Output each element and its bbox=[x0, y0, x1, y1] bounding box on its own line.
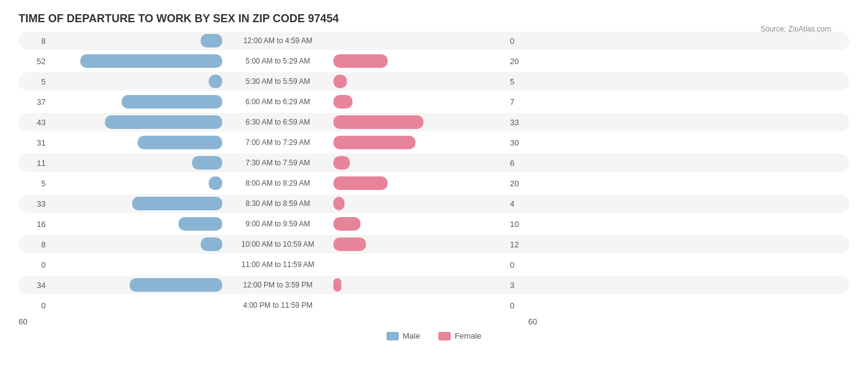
male-value: 34 bbox=[19, 281, 49, 290]
male-value: 31 bbox=[19, 138, 49, 147]
female-label: Female bbox=[454, 331, 481, 340]
male-value: 33 bbox=[19, 199, 49, 208]
female-bar bbox=[333, 75, 347, 88]
female-value: 0 bbox=[506, 301, 537, 310]
female-bar bbox=[333, 54, 388, 68]
axis-left: 60 bbox=[19, 317, 222, 326]
time-label: 12:00 AM to 4:59 AM bbox=[222, 36, 333, 45]
male-bar bbox=[192, 156, 222, 170]
male-bar-container bbox=[49, 299, 222, 312]
male-bar-container bbox=[49, 176, 222, 190]
female-value: 0 bbox=[506, 36, 537, 46]
axis-right: 60 bbox=[333, 317, 537, 326]
male-bar bbox=[105, 115, 222, 129]
male-value: 5 bbox=[19, 179, 49, 188]
male-bar bbox=[122, 95, 222, 109]
time-label: 10:00 AM to 10:59 AM bbox=[222, 240, 333, 249]
female-value: 3 bbox=[506, 281, 537, 290]
male-swatch bbox=[386, 332, 399, 340]
chart-row: 34 12:00 PM to 3:59 PM 3 bbox=[19, 276, 849, 294]
female-bar-container bbox=[333, 75, 506, 88]
male-bar-container bbox=[49, 156, 222, 170]
female-bar-container bbox=[333, 136, 506, 149]
chart-row: 37 6:00 AM to 6:29 AM 7 bbox=[19, 93, 849, 111]
chart-row: 52 5:00 AM to 5:29 AM 20 bbox=[19, 52, 849, 70]
female-bar bbox=[333, 95, 353, 109]
female-bar-container bbox=[333, 258, 506, 271]
female-value: 7 bbox=[506, 97, 537, 107]
legend-female: Female bbox=[438, 331, 481, 340]
male-bar bbox=[209, 176, 222, 190]
male-bar-container bbox=[49, 217, 222, 231]
female-bar-container bbox=[333, 156, 506, 170]
male-bar bbox=[209, 75, 222, 88]
male-bar-container bbox=[49, 54, 222, 68]
female-value: 10 bbox=[506, 220, 537, 229]
time-label: 8:30 AM to 8:59 AM bbox=[222, 199, 333, 208]
female-value: 12 bbox=[506, 240, 537, 249]
female-bar-container bbox=[333, 278, 506, 292]
time-label: 6:00 AM to 6:29 AM bbox=[222, 97, 333, 106]
female-bar-container bbox=[333, 237, 506, 251]
female-bar bbox=[333, 197, 344, 210]
female-bar-container bbox=[333, 34, 506, 47]
time-label: 9:00 AM to 9:59 AM bbox=[222, 220, 333, 228]
chart-row: 5 8:00 AM to 8:29 AM 20 bbox=[19, 174, 849, 192]
male-bar-container bbox=[49, 34, 222, 47]
male-value: 5 bbox=[19, 77, 49, 86]
axis-row: 60 60 bbox=[19, 317, 849, 326]
female-bar bbox=[333, 136, 415, 149]
legend-male: Male bbox=[386, 331, 420, 340]
male-value: 11 bbox=[19, 159, 49, 168]
male-value: 8 bbox=[19, 240, 49, 249]
male-value: 52 bbox=[19, 57, 49, 66]
time-label: 5:00 AM to 5:29 AM bbox=[222, 57, 333, 65]
chart-row: 43 6:30 AM to 6:59 AM 33 bbox=[19, 113, 849, 131]
female-bar-container bbox=[333, 197, 506, 210]
female-bar-container bbox=[333, 115, 506, 129]
chart-row: 31 7:00 AM to 7:29 AM 30 bbox=[19, 133, 849, 152]
female-value: 6 bbox=[506, 159, 537, 168]
male-bar-container bbox=[49, 75, 222, 88]
chart-row: 5 5:30 AM to 5:59 AM 5 bbox=[19, 72, 849, 91]
chart-title: TIME OF DEPARTURE TO WORK BY SEX IN ZIP … bbox=[19, 12, 849, 25]
chart-row: 8 10:00 AM to 10:59 AM 12 bbox=[19, 235, 849, 254]
male-bar bbox=[80, 54, 222, 68]
female-swatch bbox=[438, 332, 451, 340]
time-label: 8:00 AM to 8:29 AM bbox=[222, 179, 333, 188]
female-bar bbox=[333, 278, 341, 292]
male-bar bbox=[201, 34, 222, 47]
male-value: 8 bbox=[19, 36, 49, 46]
female-value: 33 bbox=[506, 118, 537, 127]
female-value: 0 bbox=[506, 260, 537, 270]
female-bar bbox=[333, 237, 366, 251]
female-bar-container bbox=[333, 54, 506, 68]
chart-row: 33 8:30 AM to 8:59 AM 4 bbox=[19, 194, 849, 213]
female-value: 20 bbox=[506, 179, 537, 188]
male-bar-container bbox=[49, 115, 222, 129]
male-label: Male bbox=[403, 331, 420, 340]
chart-row: 0 4:00 PM to 11:59 PM 0 bbox=[19, 296, 849, 315]
chart-row: 8 12:00 AM to 4:59 AM 0 bbox=[19, 31, 849, 50]
female-bar-container bbox=[333, 299, 506, 312]
male-bar-container bbox=[49, 258, 222, 271]
male-value: 16 bbox=[19, 220, 49, 229]
male-bar bbox=[201, 237, 222, 251]
time-label: 12:00 PM to 3:59 PM bbox=[222, 281, 333, 289]
time-label: 7:00 AM to 7:29 AM bbox=[222, 138, 333, 147]
male-bar-container bbox=[49, 197, 222, 210]
male-bar-container bbox=[49, 95, 222, 109]
chart-row: 0 11:00 AM to 11:59 AM 0 bbox=[19, 255, 849, 274]
male-value: 0 bbox=[19, 260, 49, 270]
female-bar-container bbox=[333, 217, 506, 231]
chart-container: 8 12:00 AM to 4:59 AM 0 52 5:00 AM to 5:… bbox=[19, 31, 849, 340]
male-bar bbox=[132, 197, 222, 210]
female-bar-container bbox=[333, 95, 506, 109]
female-value: 5 bbox=[506, 77, 537, 86]
male-bar bbox=[178, 217, 222, 231]
time-label: 11:00 AM to 11:59 AM bbox=[222, 260, 333, 269]
male-value: 37 bbox=[19, 97, 49, 107]
female-bar bbox=[333, 115, 424, 129]
male-bar-container bbox=[49, 136, 222, 149]
female-bar bbox=[333, 156, 350, 170]
